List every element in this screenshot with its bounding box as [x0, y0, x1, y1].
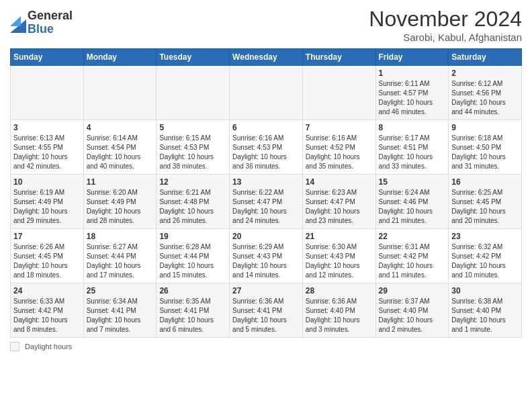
- day-info: Sunrise: 6:11 AMSunset: 4:57 PMDaylight:…: [379, 80, 433, 116]
- calendar-cell: 4Sunrise: 6:14 AMSunset: 4:54 PMDaylight…: [83, 120, 157, 175]
- day-info: Sunrise: 6:26 AMSunset: 4:45 PMDaylight:…: [13, 243, 68, 279]
- calendar-cell: 24Sunrise: 6:33 AMSunset: 4:42 PMDayligh…: [11, 283, 84, 338]
- day-number: 9: [451, 123, 519, 132]
- day-number: 28: [306, 286, 373, 295]
- location: Sarobi, Kabul, Afghanistan: [369, 32, 522, 43]
- day-info: Sunrise: 6:15 AMSunset: 4:53 PMDaylight:…: [159, 134, 214, 170]
- day-number: 26: [159, 286, 226, 295]
- calendar-week-0: 1Sunrise: 6:11 AMSunset: 4:57 PMDaylight…: [11, 66, 522, 120]
- calendar-cell: 9Sunrise: 6:18 AMSunset: 4:50 PMDaylight…: [449, 120, 522, 175]
- header-friday: Friday: [375, 49, 449, 66]
- logo-blue: Blue: [28, 23, 73, 36]
- header-sunday: Sunday: [11, 49, 84, 66]
- day-number: 29: [379, 286, 446, 295]
- day-number: 27: [232, 286, 300, 295]
- calendar-cell: 3Sunrise: 6:13 AMSunset: 4:55 PMDaylight…: [11, 120, 84, 175]
- day-number: 1: [379, 68, 446, 78]
- calendar-cell: 12Sunrise: 6:21 AMSunset: 4:48 PMDayligh…: [157, 175, 230, 229]
- header-tuesday: Tuesday: [157, 49, 230, 66]
- logo-general: General: [28, 9, 73, 23]
- calendar-cell: [83, 66, 157, 120]
- day-info: Sunrise: 6:19 AMSunset: 4:49 PMDaylight:…: [13, 189, 68, 224]
- day-number: 10: [13, 177, 81, 187]
- day-number: 6: [232, 123, 300, 132]
- calendar-cell: 28Sunrise: 6:36 AMSunset: 4:40 PMDayligh…: [302, 283, 375, 338]
- day-info: Sunrise: 6:23 AMSunset: 4:47 PMDaylight:…: [306, 189, 360, 224]
- calendar-cell: 26Sunrise: 6:35 AMSunset: 4:41 PMDayligh…: [157, 283, 230, 338]
- day-number: 21: [306, 232, 373, 241]
- calendar-cell: 14Sunrise: 6:23 AMSunset: 4:47 PMDayligh…: [302, 175, 375, 229]
- calendar-cell: 10Sunrise: 6:19 AMSunset: 4:49 PMDayligh…: [11, 175, 84, 229]
- footer-row: Daylight hours: [10, 342, 522, 351]
- title-section: November 2024 Sarobi, Kabul, Afghanistan: [369, 7, 522, 43]
- calendar-week-4: 24Sunrise: 6:33 AMSunset: 4:42 PMDayligh…: [11, 283, 522, 338]
- day-info: Sunrise: 6:28 AMSunset: 4:44 PMDaylight:…: [159, 243, 214, 279]
- footer: Daylight hours: [10, 342, 522, 351]
- calendar-cell: 16Sunrise: 6:25 AMSunset: 4:45 PMDayligh…: [449, 175, 522, 229]
- day-info: Sunrise: 6:24 AMSunset: 4:46 PMDaylight:…: [379, 189, 433, 224]
- header-wednesday: Wednesday: [230, 49, 303, 66]
- day-number: 5: [159, 123, 226, 132]
- calendar-cell: 25Sunrise: 6:34 AMSunset: 4:41 PMDayligh…: [83, 283, 157, 338]
- day-info: Sunrise: 6:30 AMSunset: 4:43 PMDaylight:…: [306, 243, 360, 279]
- day-number: 30: [451, 286, 519, 295]
- header: General Blue November 2024 Sarobi, Kabul…: [10, 7, 522, 43]
- logo-text: General Blue: [28, 9, 73, 36]
- day-info: Sunrise: 6:36 AMSunset: 4:41 PMDaylight:…: [232, 298, 287, 333]
- day-number: 7: [306, 123, 373, 132]
- day-info: Sunrise: 6:34 AMSunset: 4:41 PMDaylight:…: [87, 298, 141, 333]
- calendar-cell: 18Sunrise: 6:27 AMSunset: 4:44 PMDayligh…: [83, 229, 157, 283]
- day-info: Sunrise: 6:13 AMSunset: 4:55 PMDaylight:…: [13, 134, 68, 170]
- calendar-cell: 6Sunrise: 6:16 AMSunset: 4:53 PMDaylight…: [230, 120, 303, 175]
- day-info: Sunrise: 6:12 AMSunset: 4:56 PMDaylight:…: [451, 80, 506, 116]
- month-title: November 2024: [369, 7, 522, 32]
- day-number: 25: [87, 286, 154, 295]
- day-info: Sunrise: 6:32 AMSunset: 4:42 PMDaylight:…: [451, 243, 506, 279]
- day-info: Sunrise: 6:29 AMSunset: 4:43 PMDaylight:…: [232, 243, 287, 279]
- day-info: Sunrise: 6:38 AMSunset: 4:40 PMDaylight:…: [451, 298, 506, 333]
- calendar-cell: 11Sunrise: 6:20 AMSunset: 4:49 PMDayligh…: [83, 175, 157, 229]
- day-info: Sunrise: 6:35 AMSunset: 4:41 PMDaylight:…: [159, 298, 214, 333]
- day-number: 15: [379, 177, 446, 187]
- day-number: 13: [232, 177, 300, 187]
- calendar-cell: [230, 66, 303, 120]
- day-number: 17: [13, 232, 81, 241]
- calendar-cell: 21Sunrise: 6:30 AMSunset: 4:43 PMDayligh…: [302, 229, 375, 283]
- calendar-cell: 19Sunrise: 6:28 AMSunset: 4:44 PMDayligh…: [157, 229, 230, 283]
- calendar-week-2: 10Sunrise: 6:19 AMSunset: 4:49 PMDayligh…: [11, 175, 522, 229]
- calendar-cell: 29Sunrise: 6:37 AMSunset: 4:40 PMDayligh…: [375, 283, 449, 338]
- calendar-cell: 17Sunrise: 6:26 AMSunset: 4:45 PMDayligh…: [11, 229, 84, 283]
- calendar-header: Sunday Monday Tuesday Wednesday Thursday…: [11, 49, 522, 66]
- header-thursday: Thursday: [302, 49, 375, 66]
- calendar-cell: 7Sunrise: 6:16 AMSunset: 4:52 PMDaylight…: [302, 120, 375, 175]
- calendar-cell: 22Sunrise: 6:31 AMSunset: 4:42 PMDayligh…: [375, 229, 449, 283]
- day-number: 11: [87, 177, 154, 187]
- day-info: Sunrise: 6:21 AMSunset: 4:48 PMDaylight:…: [159, 189, 214, 224]
- day-info: Sunrise: 6:22 AMSunset: 4:47 PMDaylight:…: [232, 189, 287, 224]
- calendar-cell: 23Sunrise: 6:32 AMSunset: 4:42 PMDayligh…: [449, 229, 522, 283]
- footer-box: [10, 342, 19, 351]
- calendar-cell: [302, 66, 375, 120]
- calendar-table: Sunday Monday Tuesday Wednesday Thursday…: [10, 48, 522, 338]
- day-number: 12: [159, 177, 226, 187]
- calendar-cell: 30Sunrise: 6:38 AMSunset: 4:40 PMDayligh…: [449, 283, 522, 338]
- day-info: Sunrise: 6:25 AMSunset: 4:45 PMDaylight:…: [451, 189, 506, 224]
- svg-marker-1: [10, 16, 21, 26]
- day-info: Sunrise: 6:31 AMSunset: 4:42 PMDaylight:…: [379, 243, 433, 279]
- calendar-cell: [157, 66, 230, 120]
- header-monday: Monday: [83, 49, 157, 66]
- day-number: 18: [87, 232, 154, 241]
- logo: General Blue: [10, 9, 73, 36]
- day-info: Sunrise: 6:36 AMSunset: 4:40 PMDaylight:…: [306, 298, 360, 333]
- day-info: Sunrise: 6:37 AMSunset: 4:40 PMDaylight:…: [379, 298, 433, 333]
- day-number: 2: [451, 68, 519, 78]
- day-number: 24: [13, 286, 81, 295]
- calendar-cell: 15Sunrise: 6:24 AMSunset: 4:46 PMDayligh…: [375, 175, 449, 229]
- calendar-week-1: 3Sunrise: 6:13 AMSunset: 4:55 PMDaylight…: [11, 120, 522, 175]
- day-number: 20: [232, 232, 300, 241]
- day-info: Sunrise: 6:20 AMSunset: 4:49 PMDaylight:…: [87, 189, 141, 224]
- calendar-cell: 13Sunrise: 6:22 AMSunset: 4:47 PMDayligh…: [230, 175, 303, 229]
- day-number: 4: [87, 123, 154, 132]
- day-info: Sunrise: 6:17 AMSunset: 4:51 PMDaylight:…: [379, 134, 433, 170]
- header-saturday: Saturday: [449, 49, 522, 66]
